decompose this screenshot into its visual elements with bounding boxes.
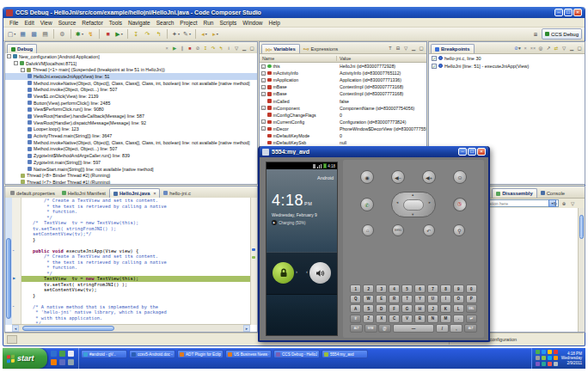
- minimize-button[interactable]: –: [554, 9, 563, 16]
- home-button[interactable]: ⌂: [362, 224, 374, 236]
- key-m[interactable]: M: [440, 315, 451, 323]
- key-sym[interactable]: SYM: [364, 324, 377, 333]
- key-b[interactable]: B: [414, 315, 426, 323]
- phone-screen[interactable]: 4:18 Android 4:18PM Wednesday, February …: [266, 162, 338, 336]
- key-↵[interactable]: ↵: [466, 315, 477, 323]
- taskbar-task-ccs-debug-hellojni-[interactable]: CCS Debug - HelloJni...: [273, 350, 320, 358]
- variable-row[interactable]: mDefaultKeySsbnull: [260, 139, 426, 146]
- menu-search[interactable]: Search: [154, 20, 177, 26]
- terminate-launch-icon[interactable]: ■: [103, 29, 113, 39]
- stack-frame-row[interactable]: ActivityThread.main(String[]) line: 3647: [5, 132, 257, 139]
- taskbar-task-5554-my-avd[interactable]: 5554:my_avd: [322, 350, 368, 358]
- key-alt[interactable]: ALT: [464, 324, 477, 333]
- step-into-icon[interactable]: ↧: [202, 45, 209, 52]
- sound-slider[interactable]: [309, 262, 331, 284]
- run-icon[interactable]: ▶▾: [114, 29, 124, 39]
- tree-expander[interactable]: −: [21, 68, 25, 72]
- stack-frame-row[interactable]: Method.invoke(Object, Object...) line: 5…: [5, 146, 257, 153]
- menu-help[interactable]: Help: [266, 20, 282, 26]
- tree-expander[interactable]: −: [14, 61, 18, 65]
- volume-down-button[interactable]: ◀−: [391, 170, 405, 184]
- menu-edit[interactable]: Edit: [21, 20, 36, 26]
- dpad-center-button[interactable]: [403, 199, 424, 211]
- goto-file-icon[interactable]: ↗: [545, 45, 552, 52]
- thread-row[interactable]: Thread [<7> Binder Thread #1] (Running): [5, 179, 257, 184]
- emulator-titlebar[interactable]: 5554:my_avd – □ ×: [260, 146, 488, 157]
- dpad-left-icon[interactable]: ◂: [396, 200, 398, 205]
- key-space[interactable]: —: [393, 324, 435, 333]
- thread-row[interactable]: Thread [<8> Binder Thread #2] (Running): [5, 172, 257, 179]
- debug-icon[interactable]: ✱▾: [75, 29, 84, 39]
- key-u[interactable]: U: [427, 295, 438, 303]
- tray-icon-9[interactable]: [536, 362, 540, 366]
- breakpoint-checkbox[interactable]: ✓: [432, 64, 437, 69]
- key-8[interactable]: 8: [440, 284, 451, 293]
- new-icon[interactable]: ▢▾: [7, 29, 16, 39]
- back-button[interactable]: ↶: [423, 224, 435, 236]
- variable-row[interactable]: mCalledfalse: [260, 97, 426, 104]
- menu-run[interactable]: Run: [201, 20, 217, 26]
- var-expander[interactable]: +: [261, 92, 266, 96]
- key-alt[interactable]: ALT: [350, 324, 363, 333]
- view-menu-icon[interactable]: ▽: [402, 45, 409, 52]
- var-expander[interactable]: +: [261, 78, 266, 83]
- build-icon[interactable]: ⚙: [58, 29, 67, 39]
- ide-titlebar[interactable]: CCS Debug - HelloJni/src/com/example/hel…: [3, 7, 585, 18]
- dpad-control[interactable]: ▴ ▾ ◂ ▸: [391, 192, 436, 217]
- key-i[interactable]: I: [440, 295, 451, 303]
- scroll-left-arrow[interactable]: ◂: [12, 325, 19, 332]
- breakpoint-checkbox[interactable]: ✓: [432, 56, 437, 61]
- volume-up-button[interactable]: ◀+: [422, 170, 436, 184]
- emulator-minimize-button[interactable]: –: [458, 148, 467, 156]
- menu-refactor[interactable]: Refactor: [79, 20, 106, 26]
- menu-view[interactable]: View: [38, 20, 55, 26]
- maximize-button[interactable]: □: [564, 9, 573, 16]
- variable-row[interactable]: +mCurrentConfigConfiguration (id=8300077…: [260, 119, 426, 125]
- pin-location-icon[interactable]: ⊕: [560, 200, 567, 207]
- quicklaunch-icon-3[interactable]: [68, 351, 74, 357]
- menu-scripts[interactable]: Scripts: [217, 20, 239, 26]
- key-v[interactable]: V: [401, 315, 413, 323]
- refresh-icon[interactable]: ↻: [552, 200, 559, 207]
- taskbar-clock[interactable]: 4:18 PM Wednesday 2/9/2011: [561, 351, 582, 365]
- key-w[interactable]: W: [363, 295, 374, 303]
- var-expander[interactable]: +: [261, 64, 266, 69]
- key-h[interactable]: H: [414, 304, 426, 313]
- column-name[interactable]: Name: [260, 56, 337, 61]
- dpad-right-icon[interactable]: ▸: [429, 200, 431, 205]
- back-icon[interactable]: ◂▾: [199, 29, 209, 39]
- key-⇧[interactable]: ⇧: [350, 315, 361, 323]
- key-l[interactable]: L: [453, 304, 464, 313]
- view-menu-icon[interactable]: ▽: [233, 45, 240, 52]
- minimize-icon[interactable]: ▁: [568, 45, 575, 52]
- key-r[interactable]: R: [389, 295, 400, 303]
- open-perspective-icon[interactable]: ⊞: [532, 31, 539, 38]
- key-del[interactable]: DEL: [466, 304, 477, 313]
- tray-icon-5[interactable]: [536, 356, 540, 360]
- call-button[interactable]: ✆: [360, 198, 374, 211]
- remove-terminated-icon[interactable]: ×: [163, 45, 170, 52]
- unlock-slider[interactable]: [273, 262, 294, 284]
- key-q[interactable]: Q: [350, 295, 361, 303]
- flash-icon[interactable]: ↯: [86, 29, 95, 39]
- start-button[interactable]: start: [3, 348, 47, 369]
- key-/[interactable]: /: [436, 324, 449, 333]
- maximize-icon[interactable]: ▢: [576, 45, 583, 52]
- forward-icon[interactable]: ▸▾: [211, 29, 220, 39]
- key-6[interactable]: 6: [414, 284, 426, 293]
- stack-frame-row[interactable]: ViewRoot(Handler).dispatchMessage(Messag…: [5, 119, 257, 126]
- variable-row[interactable]: +mComponentComponentName (id=83000775405…: [260, 105, 426, 112]
- quicklaunch-icon-6[interactable]: [68, 359, 74, 365]
- save-icon[interactable]: ▦: [18, 29, 28, 39]
- quicklaunch-icon-5[interactable]: [59, 359, 65, 365]
- menu-button[interactable]: MENU: [392, 224, 404, 236]
- maximize-icon[interactable]: ▢: [248, 45, 255, 52]
- key-n[interactable]: N: [427, 315, 438, 323]
- key-p[interactable]: P: [466, 295, 477, 303]
- key-2[interactable]: 2: [363, 284, 374, 293]
- key-a[interactable]: A: [350, 304, 361, 313]
- breakpoint-row[interactable]: ✓hello-jni.c, line 30: [429, 54, 585, 62]
- variable-row[interactable]: +mBaseContextImpl (id=830007773168): [260, 83, 426, 90]
- instruction-stepping-icon[interactable]: i: [225, 45, 232, 52]
- thread-row[interactable]: −Thread [<1> main] (Suspended (breakpoin…: [5, 66, 257, 73]
